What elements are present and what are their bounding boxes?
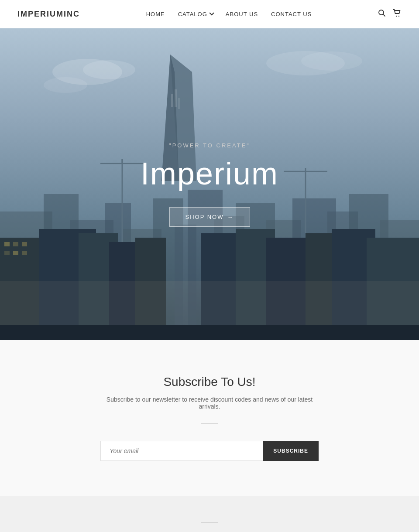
- svg-rect-37: [22, 251, 27, 255]
- brand-logo[interactable]: IMPERIUMINC: [17, 10, 80, 19]
- shop-now-button[interactable]: SHOP NOW →: [169, 207, 250, 227]
- site-header: IMPERIUMINC HOME CATALOG ABOUT US CONTAC…: [0, 0, 419, 28]
- subscribe-button[interactable]: SUBSCRIBE: [263, 441, 319, 461]
- hero-section: "POWER TO CREATE" Imperium SHOP NOW →: [0, 28, 419, 340]
- svg-rect-53: [0, 281, 419, 325]
- svg-rect-35: [4, 251, 10, 255]
- svg-point-8: [301, 51, 362, 71]
- site-footer: Search About Us Contact Us © 2018, Imper…: [0, 496, 419, 532]
- subscribe-description: Subscribe to our newsletter to receive d…: [100, 396, 319, 410]
- search-icon: [378, 9, 386, 17]
- search-button[interactable]: [378, 9, 386, 19]
- svg-line-1: [383, 14, 385, 16]
- svg-rect-32: [4, 242, 10, 246]
- subscribe-section: Subscribe To Us! Subscribe to our newsle…: [0, 340, 419, 496]
- subscribe-divider: [201, 423, 218, 423]
- svg-rect-33: [13, 242, 18, 246]
- nav-home[interactable]: HOME: [146, 11, 165, 17]
- svg-rect-36: [13, 251, 18, 255]
- cart-button[interactable]: [393, 9, 402, 19]
- cart-icon: [393, 9, 402, 17]
- footer-divider: [201, 522, 218, 522]
- svg-point-6: [83, 60, 135, 79]
- hero-tagline: "POWER TO CREATE": [141, 142, 278, 149]
- svg-rect-29: [178, 98, 180, 109]
- svg-rect-27: [171, 94, 173, 107]
- hero-content: "POWER TO CREATE" Imperium SHOP NOW →: [141, 142, 278, 227]
- svg-rect-34: [22, 242, 27, 246]
- subscribe-form: SUBSCRIBE: [100, 441, 319, 461]
- svg-rect-28: [175, 89, 177, 107]
- svg-point-2: [396, 15, 397, 16]
- subscribe-title: Subscribe To Us!: [17, 375, 402, 389]
- nav-about[interactable]: ABOUT US: [226, 11, 258, 17]
- hero-title: Imperium: [141, 156, 278, 191]
- main-nav: HOME CATALOG ABOUT US CONTACT US: [146, 11, 312, 17]
- svg-rect-47: [0, 325, 419, 340]
- nav-contact[interactable]: CONTACT US: [271, 11, 312, 17]
- svg-point-3: [398, 15, 399, 16]
- chevron-down-icon: [209, 10, 214, 15]
- email-input[interactable]: [100, 441, 263, 461]
- nav-catalog[interactable]: CATALOG: [178, 11, 213, 17]
- svg-point-9: [44, 77, 87, 93]
- nav-icon-group: [378, 9, 402, 19]
